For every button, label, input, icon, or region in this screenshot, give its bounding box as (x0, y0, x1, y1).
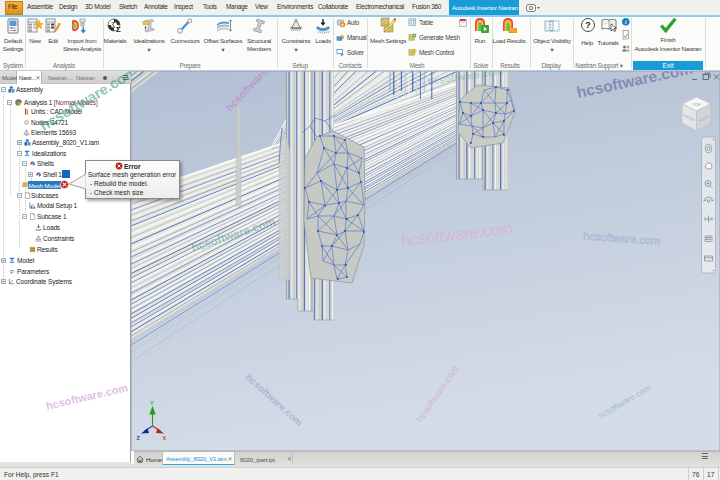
svg-text:TOP: TOP (692, 102, 701, 107)
svg-text:X: X (163, 435, 167, 441)
svg-text:?: ? (585, 19, 591, 30)
svg-text:Y: Y (150, 400, 154, 406)
svg-text:P: P (10, 268, 14, 275)
svg-text:Σ: Σ (116, 25, 121, 34)
